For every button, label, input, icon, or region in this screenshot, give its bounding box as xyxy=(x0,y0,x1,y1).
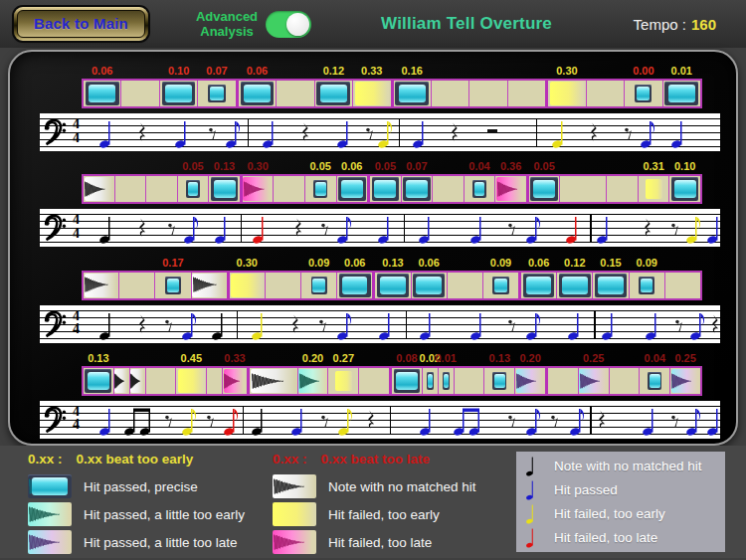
hit-block-precise xyxy=(211,177,239,201)
note-legend-item: Hit failed, too early xyxy=(526,502,715,525)
waveform-cell: 0.01 xyxy=(662,81,700,106)
waveform-cell: 0.07 xyxy=(197,81,235,106)
back-to-main-button[interactable]: Back to Main xyxy=(14,7,148,41)
hit-block-small xyxy=(311,277,327,294)
waveform-icon xyxy=(497,180,518,198)
waveform-cell xyxy=(276,81,313,106)
hit-block-no-hit xyxy=(273,474,316,498)
hit-block-small xyxy=(639,277,654,294)
timing-offset-label: 0.05 xyxy=(356,160,415,172)
eighth-rest-icon xyxy=(671,414,679,428)
hit-block-small xyxy=(186,180,200,198)
eighth-rest-icon xyxy=(319,318,327,332)
legend-area: 0.xx :0.xx beat too early Hit passed, pr… xyxy=(0,446,746,558)
time-signature: 44 xyxy=(70,405,83,432)
hit-block-precise xyxy=(559,274,591,297)
waveform-icon xyxy=(29,505,60,523)
waveform-icon xyxy=(85,276,108,293)
waveform-cell: 0.30 xyxy=(240,176,274,202)
staff-note-q xyxy=(99,210,113,246)
staff-note-e xyxy=(641,114,656,150)
timing-offset-label: 0.06 xyxy=(70,65,134,77)
timing-offset-label: 0.20 xyxy=(284,352,342,364)
hit-block-fail-late xyxy=(496,177,525,201)
waveform-cell xyxy=(145,176,177,202)
staff-note-q xyxy=(413,114,427,150)
staff-note-e xyxy=(690,306,706,342)
barline xyxy=(390,406,391,435)
hit-block-precise xyxy=(241,82,275,105)
eighth-rest-icon xyxy=(675,318,683,332)
quarter-rest-icon xyxy=(367,410,376,431)
timing-offset-label: 0.12 xyxy=(543,257,606,269)
staff-note-e xyxy=(526,402,542,438)
staff-note-e xyxy=(338,402,354,438)
hit-block-no-hit xyxy=(251,369,296,393)
timing-offset-label: 0.10 xyxy=(146,65,211,77)
waveform-icon xyxy=(193,276,217,293)
staff-note-q xyxy=(420,306,434,342)
hit-block-small xyxy=(208,85,225,102)
waveform-icon xyxy=(29,533,60,551)
staff-note-b2 xyxy=(454,402,480,438)
timing-offset-label: 0.20 xyxy=(501,352,559,364)
waveform-cell: 0.05 xyxy=(526,176,560,202)
waveform-cell: 0.02 xyxy=(422,368,438,394)
hit-block-precise xyxy=(394,369,421,393)
staff-note-e xyxy=(526,306,542,342)
staff-note-q xyxy=(212,306,226,342)
hit-block-fail-early xyxy=(273,502,316,526)
waveform-icon xyxy=(252,372,283,390)
staff-note-q xyxy=(215,210,229,246)
quarter-rest-icon xyxy=(451,122,460,143)
hit-block-no-hit xyxy=(114,369,128,393)
legend-column-early: 0.xx :0.xx beat too early Hit passed, pr… xyxy=(28,452,245,556)
eighth-rest-icon xyxy=(366,126,374,140)
eighth-rest-icon xyxy=(321,222,329,236)
advanced-analysis-label: Advanced Analysis xyxy=(196,9,258,39)
legend-item: Hit failed, too late xyxy=(273,528,476,556)
hit-block-no-hit xyxy=(85,177,113,201)
hit-block-precise xyxy=(413,274,445,297)
waveform-cell xyxy=(454,368,484,394)
legend-item: Hit passed, a little too late xyxy=(28,528,245,556)
hit-block-small xyxy=(427,372,434,390)
barline xyxy=(536,118,537,147)
waveform-cell xyxy=(114,176,146,202)
legend-item-label: Hit failed, too early xyxy=(328,507,440,522)
staff-note-q xyxy=(470,210,484,246)
timing-offset-label: 0.09 xyxy=(616,257,678,269)
hit-block-fail-early xyxy=(550,82,584,105)
hit-block-small xyxy=(492,277,508,294)
waveform-cell: 0.08 xyxy=(389,368,422,394)
timing-offset-label: 0.36 xyxy=(481,160,540,172)
timing-offset-label: 0.31 xyxy=(625,160,683,172)
note-legend-item: Hit failed, too late xyxy=(526,526,715,549)
waveform-cell xyxy=(559,176,606,202)
waveform-cell: 0.06 xyxy=(336,273,372,298)
timing-offset-label: 0.00 xyxy=(611,65,675,77)
hit-block-precise xyxy=(28,474,72,498)
legend-icon-no-hit xyxy=(273,474,316,498)
waveform-icon xyxy=(114,372,124,390)
staff-note-e xyxy=(378,114,394,150)
waveform-cell: 0.12 xyxy=(314,81,352,106)
legend-column-late: 0.xx :0.xx beat too late Note with no ma… xyxy=(273,452,476,556)
hit-block-precise xyxy=(339,274,371,297)
hit-block-small-fail-early xyxy=(335,371,352,391)
waveform-strip: 0.130.450.330.200.270.080.020.010.130.20… xyxy=(82,366,702,396)
timing-offset-label: 0.06 xyxy=(323,160,382,172)
waveform-cell: 0.06 xyxy=(411,273,447,298)
waveform-cell xyxy=(507,81,545,106)
hit-block-precise xyxy=(377,274,409,297)
advanced-analysis-toggle[interactable] xyxy=(266,11,311,38)
hit-block-fail-late xyxy=(243,177,272,201)
quarter-note-icon-red xyxy=(526,526,538,549)
timing-offset-label: 0.16 xyxy=(380,65,445,77)
waveform-cell xyxy=(432,176,464,202)
waveform-cell xyxy=(447,273,482,298)
barline xyxy=(404,214,405,243)
hit-block-precise xyxy=(395,82,429,105)
waveform-cell: 0.33 xyxy=(352,81,390,106)
timing-offset-label: 0.25 xyxy=(565,352,623,364)
